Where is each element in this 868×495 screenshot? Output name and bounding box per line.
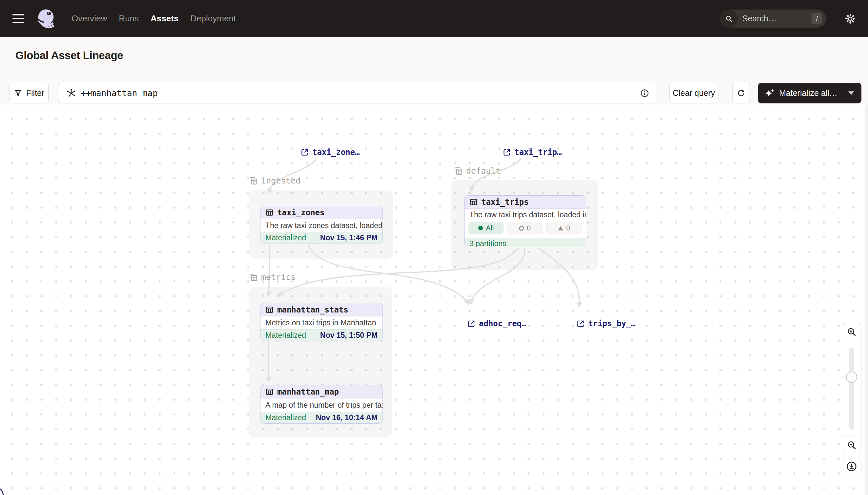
caret-down-icon	[848, 91, 854, 95]
link-node-trips-by-week[interactable]: trips_by_…	[577, 319, 636, 328]
search-icon	[720, 10, 738, 28]
group-label-metrics[interactable]: metrics	[249, 272, 296, 282]
asset-name: manhattan_stats	[277, 305, 348, 314]
group-name: metrics	[261, 272, 296, 282]
pill-label: 0	[527, 224, 531, 233]
zoom-slider-track[interactable]	[849, 347, 854, 430]
zoom-slider[interactable]	[842, 341, 861, 436]
download-icon	[846, 461, 857, 472]
link-node-label: adhoc_req…	[479, 319, 527, 328]
page-title: Global Asset Lineage	[15, 49, 123, 62]
zoom-control-panel	[842, 323, 862, 454]
external-link-icon	[300, 148, 309, 157]
materialize-all-label: Materialize all…	[779, 88, 837, 98]
sparkle-icon	[765, 88, 775, 98]
link-node-label: taxi_trip…	[514, 148, 562, 157]
asset-node-taxi-zones[interactable]: taxi_zones The raw taxi zones dataset, l…	[260, 206, 383, 244]
vertical-scrollbar[interactable]	[865, 105, 868, 495]
settings-gear-icon[interactable]	[845, 13, 856, 24]
table-icon	[265, 208, 273, 217]
download-graph-button[interactable]	[842, 457, 862, 476]
external-link-icon	[467, 319, 476, 328]
clear-query-button[interactable]: Clear query	[669, 83, 719, 103]
table-icon	[470, 198, 478, 206]
external-link-icon	[502, 148, 511, 157]
menu-hamburger-icon[interactable]	[13, 14, 24, 23]
table-icon	[265, 306, 273, 314]
refresh-graph-button[interactable]	[732, 83, 750, 103]
main-nav: Overview Runs Assets Deployment	[72, 0, 236, 37]
query-value: ++manhattan_map	[81, 88, 640, 98]
page-header: Global Asset Lineage Reload definitions	[0, 37, 868, 74]
asset-node-header: manhattan_map	[261, 386, 383, 398]
search-shortcut-badge: /	[812, 13, 822, 24]
materialized-timestamp: Nov 15, 1:50 PM	[320, 331, 377, 340]
top-navigation-bar: Overview Runs Assets Deployment Search… …	[0, 0, 868, 37]
asset-description: The raw taxi trips dataset, loaded into …	[464, 209, 586, 221]
zoom-in-button[interactable]	[842, 323, 861, 341]
filter-funnel-icon	[14, 89, 22, 98]
link-node-label: trips_by_…	[588, 319, 636, 328]
asset-name: manhattan_map	[277, 387, 339, 396]
partitions-missing-pill[interactable]: 0	[507, 222, 543, 234]
link-node-adhoc-request[interactable]: adhoc_req…	[467, 319, 527, 328]
nav-runs[interactable]: Runs	[119, 14, 139, 24]
materialized-status: Materialized	[265, 413, 306, 422]
materialize-dropdown-caret[interactable]	[841, 83, 862, 103]
asset-description: A map of the number of trips per taxi z.…	[261, 398, 383, 412]
pill-label: All	[486, 224, 494, 233]
zoom-in-icon	[846, 327, 857, 337]
partitions-count: 3 partitions	[470, 239, 507, 247]
asset-selection-query-input[interactable]: ++manhattan_map	[58, 83, 657, 103]
table-icon	[265, 388, 273, 396]
asset-description: The raw taxi zones dataset, loaded int..…	[261, 219, 383, 232]
clear-query-label: Clear query	[672, 88, 715, 98]
query-info-icon[interactable]	[640, 89, 649, 98]
zoom-slider-thumb[interactable]	[846, 372, 857, 383]
nav-assets[interactable]: Assets	[150, 14, 178, 24]
asset-footer: 3 partitions	[464, 238, 586, 247]
asset-node-header: taxi_trips	[464, 195, 586, 209]
lineage-edges	[0, 105, 868, 495]
search-placeholder: Search…	[742, 14, 812, 23]
group-name: default	[466, 166, 501, 176]
asset-name: taxi_zones	[277, 208, 325, 217]
group-label-default[interactable]: default	[454, 166, 501, 176]
lineage-toolbar: Filter ++manhattan_map Clear query	[0, 74, 868, 105]
global-search-input[interactable]: Search… /	[720, 10, 826, 28]
asset-group-icon	[249, 273, 258, 282]
partitions-failed-pill[interactable]: 0	[546, 222, 582, 234]
asset-node-manhattan-map[interactable]: manhattan_map A map of the number of tri…	[260, 385, 383, 424]
asset-footer: Materialized Nov 15, 1:46 PM	[261, 232, 383, 243]
zoom-out-button[interactable]	[842, 436, 861, 454]
warning-triangle-icon	[558, 226, 563, 231]
ring-icon	[519, 226, 524, 231]
success-dot-icon	[478, 226, 483, 231]
materialize-all-button[interactable]: Materialize all…	[758, 83, 862, 103]
asset-node-manhattan-stats[interactable]: manhattan_stats Metrics on taxi trips in…	[260, 303, 383, 341]
asset-group-icon	[249, 176, 258, 186]
zoom-out-icon	[846, 440, 857, 450]
refresh-icon	[737, 89, 746, 98]
dagster-logo[interactable]	[35, 7, 57, 30]
link-node-taxi-trips-file[interactable]: taxi_trip…	[502, 148, 562, 157]
asset-node-taxi-trips[interactable]: taxi_trips The raw taxi trips dataset, l…	[464, 195, 586, 247]
nav-overview[interactable]: Overview	[72, 14, 107, 24]
materialized-status: Materialized	[265, 331, 306, 340]
partitions-all-pill[interactable]: All	[468, 222, 503, 234]
materialized-status: Materialized	[265, 233, 306, 242]
asset-node-header: taxi_zones	[261, 206, 383, 219]
group-label-ingested[interactable]: ingested	[249, 176, 300, 186]
asset-lineage-canvas[interactable]: ingested default metrics taxi_zone…	[0, 105, 868, 495]
asset-footer: Materialized Nov 15, 1:50 PM	[261, 329, 383, 341]
nav-deployment[interactable]: Deployment	[190, 14, 236, 24]
asset-footer: Materialized Nov 16, 10:14 AM	[261, 412, 383, 424]
asset-group-icon	[454, 167, 463, 176]
link-node-label: taxi_zone…	[312, 148, 360, 157]
filter-button-label: Filter	[26, 88, 45, 98]
link-node-taxi-zone-file[interactable]: taxi_zone…	[300, 148, 360, 157]
external-link-icon	[577, 319, 585, 328]
filter-button[interactable]: Filter	[10, 83, 49, 103]
asset-name: taxi_trips	[481, 198, 529, 207]
asset-description: Metrics on taxi trips in Manhattan	[261, 317, 383, 329]
